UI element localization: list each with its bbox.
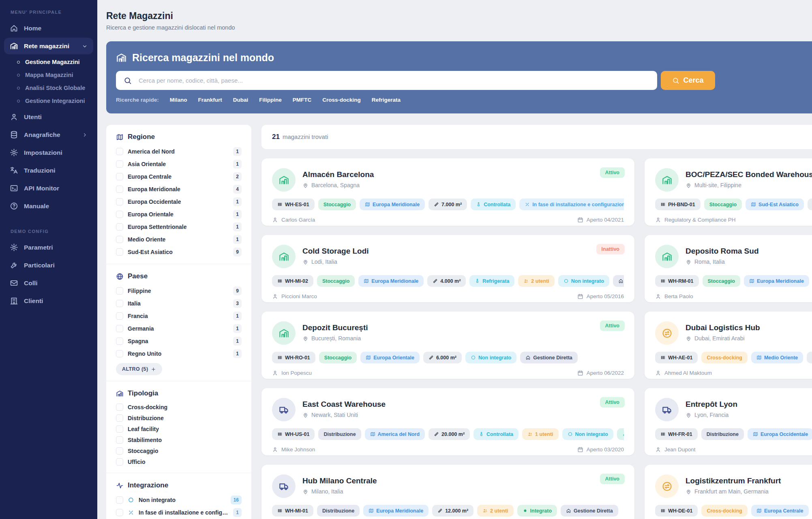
sidebar-subitem-mappa-magazzini[interactable]: Mappa Magazzini <box>0 68 97 81</box>
quick-search-refrigerata[interactable]: Refrigerata <box>372 97 401 103</box>
filter-count-badge: 1 <box>233 312 242 320</box>
sidebar-item-anagrafiche[interactable]: Anagrafiche <box>4 126 93 143</box>
dot-f-icon <box>523 508 528 513</box>
tag-6-000-m: 6.000 m² <box>423 352 462 363</box>
person-icon <box>655 370 661 376</box>
warehouse-icon <box>279 175 289 186</box>
filter-label: Europa Meridionale <box>128 186 180 192</box>
warehouse-card-logistikzentrum-frankfurt[interactable]: Logistikzentrum FrankfurtFrankfurt am Ma… <box>645 465 812 519</box>
sidebar-item-home[interactable]: Home <box>4 20 93 36</box>
checkbox[interactable] <box>116 223 123 231</box>
sidebar-item-manuale[interactable]: Manuale <box>4 198 93 214</box>
checkbox[interactable] <box>116 436 123 444</box>
checkbox[interactable] <box>116 198 123 205</box>
card-footer: Ion PopescuAperto 06/2022 <box>272 370 624 376</box>
checkbox[interactable] <box>116 325 123 332</box>
sidebar-subitem-gestione-magazzini[interactable]: Gestione Magazzini <box>0 56 97 68</box>
warehouse-card-depozit-bucure-ti[interactable]: Depozit BucureștiBucurești, RomaniaAttiv… <box>261 312 634 379</box>
checkbox[interactable] <box>116 404 123 411</box>
quick-search-frankfurt[interactable]: Frankfurt <box>198 97 222 103</box>
filter-label: Regno Unito <box>128 350 161 357</box>
tag-label: Sud-Est Asiatico <box>758 202 799 207</box>
sidebar-item-label: Traduzioni <box>24 167 56 174</box>
sidebar-item-particolari[interactable]: Particolari <box>4 257 93 273</box>
search-input[interactable] <box>139 77 651 84</box>
barcode-icon <box>660 508 666 513</box>
quick-search-cross-docking[interactable]: Cross-docking <box>322 97 361 103</box>
warehouse-card-east-coast-warehouse[interactable]: East Coast WarehouseNewark, Stati UnitiA… <box>261 388 634 455</box>
checkbox[interactable] <box>116 248 123 256</box>
sidebar-item-api-monitor[interactable]: API Monitor <box>4 180 93 196</box>
warehouse-card-cold-storage-lodi[interactable]: Cold Storage LodiLodi, ItaliaInattivoWH-… <box>261 235 634 302</box>
calendar-icon <box>577 217 583 223</box>
quick-search-milano[interactable]: Milano <box>170 97 187 103</box>
card-tags: WH-AE-01Cross-dockingMedio Oriente18.000… <box>655 352 812 363</box>
barcode-icon <box>277 202 283 207</box>
show-more-button[interactable]: ALTRO (5) <box>116 363 162 375</box>
checkbox[interactable] <box>116 211 123 218</box>
sidebar-item-traduzioni[interactable]: Traduzioni <box>4 162 93 179</box>
sidebar-item-rete-magazzini[interactable]: Rete magazzini <box>4 38 93 54</box>
sidebar-item-clienti[interactable]: Clienti <box>4 293 93 309</box>
warehouse-card-entrep-t-lyon[interactable]: Entrepôt LyonLyon, FranciaWH-FR-01Distri… <box>645 388 812 455</box>
quick-search-dubai[interactable]: Dubai <box>233 97 249 103</box>
checkbox[interactable] <box>116 186 123 193</box>
card-top: East Coast WarehouseNewark, Stati Uniti <box>272 398 624 421</box>
tag-gestione-diretta: Gestione Diretta <box>561 505 618 517</box>
tag-2-utenti: 2 utenti <box>518 275 554 287</box>
sidebar-subitem-gestione-integrazioni[interactable]: Gestione Integrazioni <box>0 94 97 107</box>
filter-count-badge: 2 <box>233 172 242 181</box>
sidebar-item-utenti[interactable]: Utenti <box>4 109 93 125</box>
warehouse-card-boc-peza-sec-bonded-warehouses[interactable]: BOC/PEZA/SEC Bonded WarehousesMulti-site… <box>645 158 812 226</box>
checkbox[interactable] <box>116 425 123 433</box>
checkbox[interactable] <box>116 337 123 345</box>
tag-non-integrato: Non integrato <box>558 275 609 287</box>
filter-row-asia-orientale: Asia Orientale1 <box>116 158 242 170</box>
thermo-icon <box>479 431 484 437</box>
filter-label: Spagna <box>128 338 148 344</box>
card-title: Deposito Roma Sud <box>686 247 759 256</box>
card-title: Hub Milano Centrale <box>302 476 377 485</box>
checkbox[interactable] <box>116 312 123 320</box>
checkbox[interactable] <box>116 300 123 307</box>
barcode-icon <box>277 508 283 513</box>
card-footer: Berta Paolo <box>655 293 812 299</box>
tag-wh-de-01: WH-DE-01 <box>655 505 698 517</box>
checkbox[interactable] <box>116 509 123 516</box>
search-button[interactable]: Cerca <box>661 71 715 90</box>
sidebar-item-colli[interactable]: Colli <box>4 275 93 291</box>
checkbox[interactable] <box>116 287 123 295</box>
checkbox[interactable] <box>116 160 123 168</box>
checkbox[interactable] <box>116 236 123 243</box>
warehouse-card-almac-n-barcelona[interactable]: Almacén BarcelonaBarcelona, SpagnaAttivo… <box>261 158 634 226</box>
sidebar: MENU' PRINCIPALE HomeRete magazziniGesti… <box>0 0 97 519</box>
quick-search-pmftc[interactable]: PMFTC <box>293 97 312 103</box>
checkbox[interactable] <box>116 447 123 455</box>
filter-row-stabilimento: Stabilimento <box>116 434 242 445</box>
checkbox[interactable] <box>116 458 123 466</box>
hero-title-text: Ricerca magazzini nel mondo <box>132 52 274 64</box>
filter-row-distribuzione: Distribuzione <box>116 412 242 423</box>
card-location: Newark, Stati Uniti <box>302 412 386 418</box>
checkbox[interactable] <box>116 350 123 357</box>
filter-row-america-del-nord: America del Nord1 <box>116 145 242 158</box>
tag-7-000-m: 7.000 m² <box>428 199 467 210</box>
sidebar-item-impostazioni[interactable]: Impostazioni <box>4 144 93 161</box>
quick-search-filippine[interactable]: Filippine <box>259 97 282 103</box>
warehouse-card-deposito-roma-sud[interactable]: Deposito Roma SudRoma, ItaliaWH-RM-01Sto… <box>645 235 812 302</box>
checkbox[interactable] <box>116 496 123 504</box>
card-avatar <box>272 474 296 498</box>
hero-title: Ricerca magazzini nel mondo <box>116 52 812 64</box>
sidebar-subitem-analisi-stock-globale[interactable]: Analisi Stock Globale <box>0 81 97 94</box>
sidebar-item-parametri[interactable]: Parametri <box>4 239 93 256</box>
checkbox[interactable] <box>116 173 123 180</box>
card-location-text: Multi-site, Filippine <box>694 182 741 188</box>
warehouse-card-hub-milano-centrale[interactable]: Hub Milano CentraleMilano, ItaliaAttivoW… <box>261 465 634 519</box>
tag-label: WH-RO-01 <box>285 355 310 361</box>
checkbox[interactable] <box>116 148 123 155</box>
card-footer: Piccioni MarcoAperto 05/2016 <box>272 293 624 299</box>
warehouse-card-dubai-logistics-hub[interactable]: Dubai Logistics HubDubai, Emirati ArabiW… <box>645 312 812 379</box>
filter-row-filippine: Filippine9 <box>116 284 242 297</box>
opened-date-text: Aperto 06/2022 <box>587 370 624 376</box>
checkbox[interactable] <box>116 414 123 422</box>
